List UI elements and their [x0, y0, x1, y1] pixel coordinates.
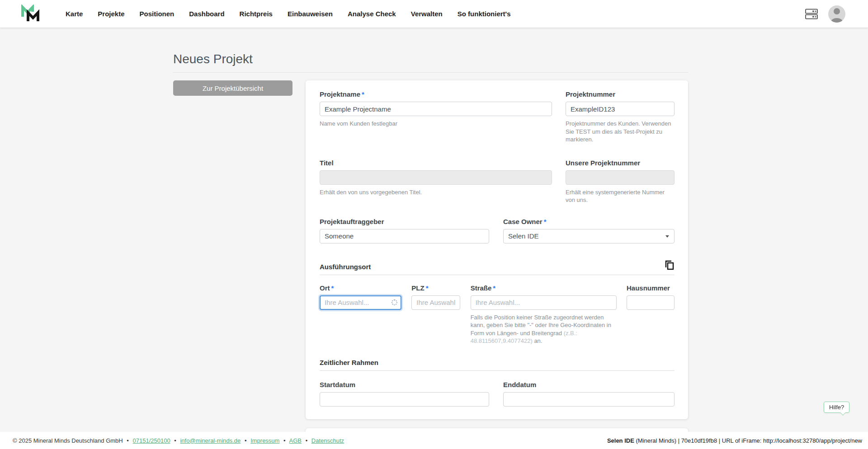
enddatum-label: Enddatum [503, 381, 675, 389]
strasse-input[interactable] [471, 295, 617, 310]
footer-bar: © 2025 Mineral Minds Deutschland GmbH • … [0, 432, 868, 449]
session-details: (Mineral Minds) | 70e10df19fb8 | URL of … [634, 437, 862, 444]
project-form-card: Projektname* Name vom Kunden festlegbar … [306, 80, 688, 419]
nav-item-einbauweisen[interactable]: Einbauweisen [288, 10, 333, 18]
footer-session-info: Selen IDE (Mineral Minds) | 70e10df19fb8… [607, 437, 862, 444]
zeitlicher-rahmen-section-header: Zeitlicher Rahmen [320, 359, 675, 371]
nav-item-so-funktionierts[interactable]: So funktioniert's [458, 10, 511, 18]
ort-label: Ort* [320, 284, 401, 292]
page-title: Neues Projekt [173, 52, 868, 66]
copy-location-button[interactable] [665, 260, 675, 271]
enddatum-input[interactable] [503, 392, 675, 407]
projektname-input[interactable] [320, 102, 552, 116]
copyright-text: © 2025 Mineral Minds Deutschland GmbH [13, 437, 123, 444]
nav-item-dashboard[interactable]: Dashboard [189, 10, 224, 18]
plz-label: PLZ* [411, 284, 460, 292]
required-asterisk: * [544, 218, 547, 225]
avatar-torso-icon [831, 18, 843, 23]
footer-link-datenschutz[interactable]: Datenschutz [311, 437, 344, 444]
zeitlicher-rahmen-heading: Zeitlicher Rahmen [320, 359, 378, 366]
unsere-projektnummer-label: Unsere Projektnummer [566, 159, 675, 167]
projektnummer-input[interactable] [566, 102, 675, 116]
server-stack-icon[interactable] [805, 7, 818, 21]
footer-link-email[interactable]: info@mineral-minds.de [180, 437, 241, 444]
case-owner-label: Case Owner* [503, 218, 675, 226]
unsere-projektnummer-input [566, 170, 675, 185]
chevron-down-icon [665, 235, 669, 238]
case-owner-selected-value: Selen IDE [508, 232, 539, 240]
projektname-label: Projektname* [320, 90, 552, 98]
projektauftraggeber-input[interactable] [320, 229, 489, 243]
plz-input[interactable] [411, 295, 460, 310]
unsere-projektnummer-helper: Erhält eine systemgenerierte Nummer von … [566, 188, 675, 204]
nav-item-projekte[interactable]: Projekte [98, 10, 124, 18]
footer-link-impressum[interactable]: Impressum [250, 437, 279, 444]
user-avatar[interactable] [828, 5, 845, 23]
session-user: Selen IDE [607, 437, 634, 444]
strasse-helper: Falls die Position keiner Straße zugeord… [471, 313, 617, 345]
title-divider [173, 72, 688, 73]
mineral-minds-logo-icon[interactable] [21, 5, 40, 23]
nav-item-verwalten[interactable]: Verwalten [411, 10, 443, 18]
ausfuehrungsort-heading: Ausführungsort [320, 263, 371, 271]
titel-input [320, 170, 552, 185]
projektnummer-helper: Projektnummer des Kunden. Verwenden Sie … [566, 120, 675, 144]
case-owner-select[interactable]: Selen IDE [503, 229, 675, 243]
projektauftraggeber-label: Projektauftraggeber [320, 218, 489, 226]
ausfuehrungsort-section-header: Ausführungsort [320, 260, 675, 275]
top-navigation: Karte Projekte Positionen Dashboard Rich… [0, 0, 868, 28]
startdatum-label: Startdatum [320, 381, 489, 389]
titel-helper: Erhält den von uns vorgegebenen Titel. [320, 188, 552, 196]
footer-legal: © 2025 Mineral Minds Deutschland GmbH • … [13, 437, 344, 444]
zur-projektuebersicht-button[interactable]: Zur Projektübersicht [173, 80, 292, 96]
nav-item-karte[interactable]: Karte [66, 10, 83, 18]
strasse-label: Straße* [471, 284, 617, 292]
nav-right-controls [805, 5, 845, 23]
required-asterisk: * [362, 90, 364, 98]
footer-link-phone[interactable]: 07151/250100 [133, 437, 170, 444]
nav-item-analyse-check[interactable]: Analyse Check [348, 10, 396, 18]
loading-spinner-icon [392, 299, 397, 305]
page-content: Neues Projekt Zur Projektübersicht Proje… [0, 28, 868, 449]
copy-icon [665, 260, 675, 271]
required-asterisk: * [426, 284, 429, 292]
avatar-head-icon [834, 8, 840, 14]
nav-item-richtpreis[interactable]: Richtpreis [240, 10, 273, 18]
hilfe-button[interactable]: Hilfe? [824, 402, 849, 413]
nav-item-positionen[interactable]: Positionen [140, 10, 175, 18]
projektnummer-label: Projektnummer [566, 90, 675, 98]
titel-label: Titel [320, 159, 552, 167]
main-menu: Karte Projekte Positionen Dashboard Rich… [66, 10, 511, 18]
hausnummer-input[interactable] [627, 295, 675, 310]
projektname-helper: Name vom Kunden festlegbar [320, 120, 552, 128]
startdatum-input[interactable] [320, 392, 489, 407]
required-asterisk: * [493, 284, 495, 292]
required-asterisk: * [331, 284, 334, 292]
footer-link-agb[interactable]: AGB [289, 437, 302, 444]
ort-input[interactable] [320, 295, 401, 310]
hausnummer-label: Hausnummer [627, 284, 675, 292]
action-column: Zur Projektübersicht [173, 80, 292, 96]
